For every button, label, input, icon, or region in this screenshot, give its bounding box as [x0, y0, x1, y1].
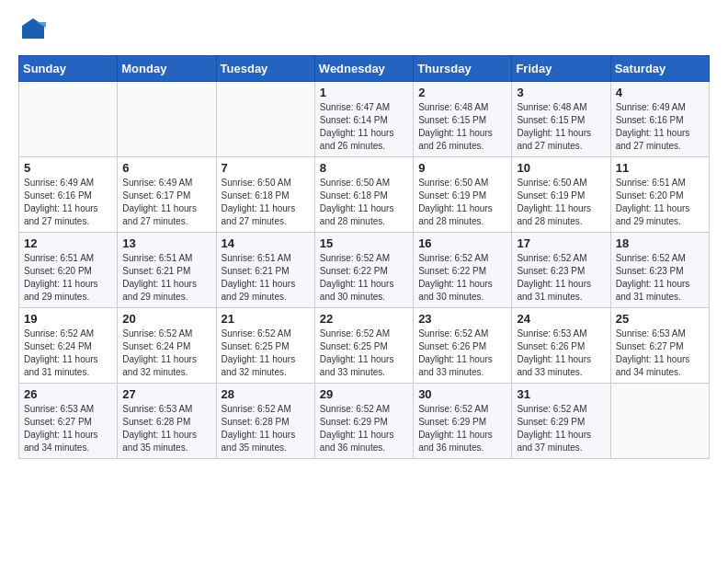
day-info: Sunrise: 6:52 AM Sunset: 6:29 PM Dayligh…: [320, 403, 408, 454]
day-info: Sunrise: 6:52 AM Sunset: 6:23 PM Dayligh…: [517, 252, 605, 304]
day-number: 24: [517, 312, 605, 326]
svg-marker-0: [22, 18, 44, 39]
calendar-cell: 7Sunrise: 6:50 AM Sunset: 6:18 PM Daylig…: [216, 157, 314, 233]
weekday-header-sunday: Sunday: [19, 56, 118, 82]
calendar-cell: 16Sunrise: 6:52 AM Sunset: 6:22 PM Dayli…: [414, 233, 512, 308]
calendar-cell: 14Sunrise: 6:51 AM Sunset: 6:21 PM Dayli…: [216, 233, 314, 308]
page: SundayMondayTuesdayWednesdayThursdayFrid…: [0, 0, 728, 563]
day-number: 5: [24, 161, 112, 175]
day-info: Sunrise: 6:50 AM Sunset: 6:19 PM Dayligh…: [517, 177, 605, 228]
day-number: 21: [222, 312, 310, 326]
calendar-cell: [118, 82, 216, 157]
day-number: 27: [122, 387, 210, 401]
day-info: Sunrise: 6:52 AM Sunset: 6:28 PM Dayligh…: [222, 403, 310, 454]
day-number: 11: [616, 161, 704, 175]
day-number: 6: [122, 161, 210, 175]
day-number: 30: [418, 387, 506, 401]
weekday-header-saturday: Saturday: [610, 56, 709, 82]
day-number: 17: [517, 236, 605, 250]
day-number: 28: [222, 387, 310, 401]
weekday-header-monday: Monday: [118, 56, 216, 82]
day-info: Sunrise: 6:48 AM Sunset: 6:15 PM Dayligh…: [418, 101, 506, 153]
calendar-cell: 15Sunrise: 6:52 AM Sunset: 6:22 PM Dayli…: [314, 233, 413, 308]
day-info: Sunrise: 6:49 AM Sunset: 6:17 PM Dayligh…: [122, 177, 210, 228]
day-number: 10: [517, 161, 605, 175]
day-info: Sunrise: 6:50 AM Sunset: 6:18 PM Dayligh…: [222, 177, 310, 228]
day-info: Sunrise: 6:53 AM Sunset: 6:28 PM Dayligh…: [122, 403, 210, 454]
day-info: Sunrise: 6:52 AM Sunset: 6:29 PM Dayligh…: [517, 403, 605, 454]
day-number: 26: [24, 387, 112, 401]
day-number: 14: [222, 236, 310, 250]
day-number: 1: [320, 86, 408, 99]
calendar-cell: 12Sunrise: 6:51 AM Sunset: 6:20 PM Dayli…: [19, 233, 118, 308]
calendar-cell: 28Sunrise: 6:52 AM Sunset: 6:28 PM Dayli…: [216, 384, 314, 459]
calendar-cell: 1Sunrise: 6:47 AM Sunset: 6:14 PM Daylig…: [314, 82, 413, 157]
calendar-table: SundayMondayTuesdayWednesdayThursdayFrid…: [18, 55, 710, 459]
day-number: 25: [616, 312, 704, 326]
day-number: 29: [320, 387, 408, 401]
calendar-cell: 10Sunrise: 6:50 AM Sunset: 6:19 PM Dayli…: [512, 157, 610, 233]
calendar-cell: 4Sunrise: 6:49 AM Sunset: 6:16 PM Daylig…: [610, 82, 709, 157]
calendar-cell: 13Sunrise: 6:51 AM Sunset: 6:21 PM Dayli…: [118, 233, 216, 308]
day-number: 7: [222, 161, 310, 175]
weekday-header-row: SundayMondayTuesdayWednesdayThursdayFrid…: [19, 56, 710, 82]
calendar-cell: [19, 82, 118, 157]
day-number: 3: [517, 86, 605, 99]
day-number: 8: [320, 161, 408, 175]
logo: [18, 15, 51, 44]
day-info: Sunrise: 6:51 AM Sunset: 6:21 PM Dayligh…: [122, 252, 210, 304]
day-number: 16: [418, 236, 506, 250]
calendar-cell: 23Sunrise: 6:52 AM Sunset: 6:26 PM Dayli…: [414, 308, 512, 384]
calendar-cell: 6Sunrise: 6:49 AM Sunset: 6:17 PM Daylig…: [118, 157, 216, 233]
calendar-cell: 11Sunrise: 6:51 AM Sunset: 6:20 PM Dayli…: [610, 157, 709, 233]
day-info: Sunrise: 6:52 AM Sunset: 6:22 PM Dayligh…: [320, 252, 408, 304]
day-info: Sunrise: 6:51 AM Sunset: 6:20 PM Dayligh…: [24, 252, 112, 304]
day-info: Sunrise: 6:50 AM Sunset: 6:19 PM Dayligh…: [418, 177, 506, 228]
calendar-cell: 2Sunrise: 6:48 AM Sunset: 6:15 PM Daylig…: [414, 82, 512, 157]
calendar-cell: 26Sunrise: 6:53 AM Sunset: 6:27 PM Dayli…: [19, 384, 118, 459]
calendar-cell: 20Sunrise: 6:52 AM Sunset: 6:24 PM Dayli…: [118, 308, 216, 384]
day-number: 19: [24, 312, 112, 326]
calendar-week-row: 26Sunrise: 6:53 AM Sunset: 6:27 PM Dayli…: [19, 384, 710, 459]
calendar-cell: 5Sunrise: 6:49 AM Sunset: 6:16 PM Daylig…: [19, 157, 118, 233]
day-info: Sunrise: 6:53 AM Sunset: 6:26 PM Dayligh…: [517, 327, 605, 379]
day-number: 2: [418, 86, 506, 99]
calendar-cell: 30Sunrise: 6:52 AM Sunset: 6:29 PM Dayli…: [414, 384, 512, 459]
day-info: Sunrise: 6:47 AM Sunset: 6:14 PM Dayligh…: [320, 101, 408, 153]
calendar-cell: 8Sunrise: 6:50 AM Sunset: 6:18 PM Daylig…: [314, 157, 413, 233]
day-info: Sunrise: 6:52 AM Sunset: 6:25 PM Dayligh…: [222, 327, 310, 379]
day-number: 4: [616, 86, 704, 99]
day-info: Sunrise: 6:52 AM Sunset: 6:24 PM Dayligh…: [24, 327, 112, 379]
day-number: 22: [320, 312, 408, 326]
day-info: Sunrise: 6:52 AM Sunset: 6:29 PM Dayligh…: [418, 403, 506, 454]
calendar-cell: [216, 82, 314, 157]
calendar-cell: 18Sunrise: 6:52 AM Sunset: 6:23 PM Dayli…: [610, 233, 709, 308]
day-info: Sunrise: 6:49 AM Sunset: 6:16 PM Dayligh…: [24, 177, 112, 228]
calendar-cell: 3Sunrise: 6:48 AM Sunset: 6:15 PM Daylig…: [512, 82, 610, 157]
calendar-week-row: 12Sunrise: 6:51 AM Sunset: 6:20 PM Dayli…: [19, 233, 710, 308]
weekday-header-wednesday: Wednesday: [314, 56, 413, 82]
weekday-header-thursday: Thursday: [414, 56, 512, 82]
calendar-cell: 31Sunrise: 6:52 AM Sunset: 6:29 PM Dayli…: [512, 384, 610, 459]
day-number: 31: [517, 387, 605, 401]
day-info: Sunrise: 6:52 AM Sunset: 6:24 PM Dayligh…: [122, 327, 210, 379]
day-info: Sunrise: 6:51 AM Sunset: 6:20 PM Dayligh…: [616, 177, 704, 228]
day-number: 20: [122, 312, 210, 326]
day-number: 15: [320, 236, 408, 250]
day-number: 9: [418, 161, 506, 175]
calendar-cell: 9Sunrise: 6:50 AM Sunset: 6:19 PM Daylig…: [414, 157, 512, 233]
calendar-cell: [610, 384, 709, 459]
calendar-week-row: 19Sunrise: 6:52 AM Sunset: 6:24 PM Dayli…: [19, 308, 710, 384]
calendar-cell: 29Sunrise: 6:52 AM Sunset: 6:29 PM Dayli…: [314, 384, 413, 459]
day-number: 18: [616, 236, 704, 250]
day-info: Sunrise: 6:52 AM Sunset: 6:26 PM Dayligh…: [418, 327, 506, 379]
calendar-cell: 25Sunrise: 6:53 AM Sunset: 6:27 PM Dayli…: [610, 308, 709, 384]
day-info: Sunrise: 6:50 AM Sunset: 6:18 PM Dayligh…: [320, 177, 408, 228]
day-number: 13: [122, 236, 210, 250]
weekday-header-tuesday: Tuesday: [216, 56, 314, 82]
day-info: Sunrise: 6:53 AM Sunset: 6:27 PM Dayligh…: [616, 327, 704, 379]
day-info: Sunrise: 6:52 AM Sunset: 6:23 PM Dayligh…: [616, 252, 704, 304]
day-info: Sunrise: 6:52 AM Sunset: 6:22 PM Dayligh…: [418, 252, 506, 304]
weekday-header-friday: Friday: [512, 56, 610, 82]
logo-icon: [18, 15, 48, 44]
